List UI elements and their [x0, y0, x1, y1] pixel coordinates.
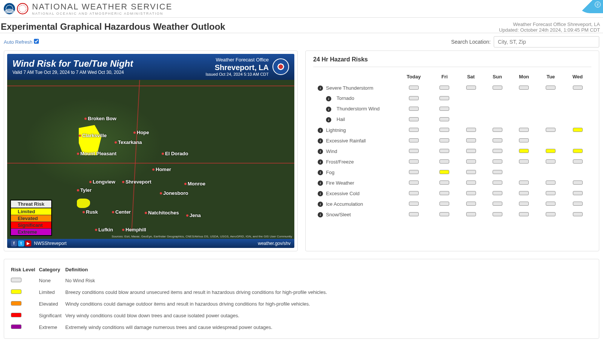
- risk-pill[interactable]: [546, 86, 556, 90]
- risk-pill[interactable]: [573, 191, 583, 195]
- risk-pill[interactable]: [519, 86, 529, 90]
- risk-pill[interactable]: [466, 212, 476, 216]
- risk-pill[interactable]: [409, 128, 419, 132]
- risk-pill[interactable]: [493, 202, 502, 206]
- risk-pill[interactable]: [546, 180, 556, 185]
- info-icon[interactable]: i: [318, 149, 323, 154]
- risk-pill[interactable]: [409, 117, 419, 121]
- risk-pill[interactable]: [519, 138, 529, 142]
- risk-pill[interactable]: [439, 212, 449, 216]
- risk-pill[interactable]: [519, 159, 529, 164]
- risk-pill[interactable]: [546, 149, 556, 153]
- search-input[interactable]: [494, 36, 599, 47]
- risk-pill[interactable]: [466, 138, 476, 142]
- risk-pill[interactable]: [409, 149, 419, 153]
- page-header: Experimental Graphical Hazardous Weather…: [0, 18, 603, 33]
- info-icon[interactable]: i: [318, 128, 323, 133]
- risk-pill[interactable]: [439, 138, 449, 142]
- site-header: NATIONAL WEATHER SERVICE NATIONAL OCEANI…: [0, 0, 603, 18]
- risk-pill[interactable]: [493, 138, 502, 142]
- risk-pill[interactable]: [519, 149, 529, 153]
- risk-pill[interactable]: [519, 191, 529, 195]
- twitter-icon[interactable]: t: [18, 240, 24, 246]
- risk-pill[interactable]: [409, 96, 419, 100]
- risk-pill[interactable]: [466, 180, 476, 185]
- risk-pill[interactable]: [493, 159, 502, 164]
- risk-pill[interactable]: [439, 86, 449, 90]
- risk-pill[interactable]: [493, 149, 502, 153]
- risk-pill[interactable]: [546, 191, 556, 195]
- risk-pill[interactable]: [409, 180, 419, 185]
- risk-pill[interactable]: [439, 180, 449, 185]
- city-label: Mount Pleasant: [77, 151, 116, 156]
- accessibility-icon[interactable]: i: [595, 2, 601, 8]
- risk-pill[interactable]: [493, 191, 502, 195]
- risk-pill[interactable]: [439, 117, 449, 121]
- map-body[interactable]: Broken BowClarksvilleHopeTexarkanaMount …: [7, 80, 294, 239]
- info-icon[interactable]: i: [318, 180, 323, 186]
- risk-pill[interactable]: [409, 191, 419, 195]
- risk-pill[interactable]: [546, 159, 556, 164]
- day-header: Wed: [564, 71, 591, 83]
- auto-refresh-checkbox[interactable]: [34, 39, 39, 44]
- risk-pill[interactable]: [493, 86, 502, 90]
- risk-pill[interactable]: [466, 86, 476, 90]
- risk-pill[interactable]: [546, 128, 556, 132]
- info-icon[interactable]: i: [326, 96, 331, 101]
- risk-pill[interactable]: [519, 128, 529, 132]
- risk-pill[interactable]: [519, 212, 529, 216]
- risk-pill[interactable]: [466, 202, 476, 206]
- legend-row: SignificantVery windy conditions could b…: [11, 310, 331, 321]
- risk-pill[interactable]: [493, 128, 502, 132]
- risk-pill[interactable]: [439, 170, 449, 174]
- risk-pill[interactable]: [439, 96, 449, 100]
- risk-pill[interactable]: [466, 128, 476, 132]
- noaa-logo-icon[interactable]: [4, 3, 15, 14]
- risk-pill[interactable]: [409, 170, 419, 174]
- risk-pill[interactable]: [439, 149, 449, 153]
- risk-pill[interactable]: [409, 107, 419, 111]
- map-panel: Wind Risk for Tue/Tue Night Valid 7 AM T…: [4, 50, 298, 251]
- risk-pill[interactable]: [439, 128, 449, 132]
- info-icon[interactable]: i: [326, 117, 331, 122]
- risk-pill[interactable]: [439, 191, 449, 195]
- risk-pill[interactable]: [546, 202, 556, 206]
- nws-logo-icon[interactable]: [17, 3, 28, 14]
- risk-pill[interactable]: [466, 170, 476, 174]
- risk-pill[interactable]: [493, 212, 502, 216]
- info-icon[interactable]: i: [318, 202, 323, 207]
- risk-pill[interactable]: [409, 138, 419, 142]
- risk-pill[interactable]: [439, 202, 449, 206]
- risk-pill[interactable]: [409, 212, 419, 216]
- risk-pill[interactable]: [573, 128, 583, 132]
- info-icon[interactable]: i: [318, 170, 323, 175]
- risk-pill[interactable]: [519, 180, 529, 185]
- info-icon[interactable]: i: [326, 107, 331, 112]
- risk-pill[interactable]: [573, 149, 583, 153]
- risk-pill[interactable]: [439, 107, 449, 111]
- risk-pill[interactable]: [573, 180, 583, 185]
- risk-pill[interactable]: [439, 159, 449, 164]
- facebook-icon[interactable]: f: [11, 240, 17, 246]
- risk-pill[interactable]: [573, 202, 583, 206]
- info-icon[interactable]: i: [318, 138, 323, 144]
- info-icon[interactable]: i: [318, 191, 323, 196]
- risk-pill[interactable]: [546, 212, 556, 216]
- risk-pill[interactable]: [409, 86, 419, 90]
- info-icon[interactable]: i: [318, 159, 323, 165]
- info-icon[interactable]: i: [318, 212, 323, 217]
- auto-refresh-toggle[interactable]: Auto Refresh: [4, 39, 39, 45]
- risk-pill[interactable]: [466, 159, 476, 164]
- risk-pill[interactable]: [573, 212, 583, 216]
- risk-pill[interactable]: [573, 86, 583, 90]
- risk-pill[interactable]: [519, 202, 529, 206]
- risk-pill[interactable]: [466, 149, 476, 153]
- info-icon[interactable]: i: [318, 86, 323, 91]
- risk-pill[interactable]: [493, 180, 502, 185]
- risk-pill[interactable]: [409, 202, 419, 206]
- risk-pill[interactable]: [573, 159, 583, 164]
- youtube-icon[interactable]: ▶: [25, 240, 31, 246]
- risk-pill[interactable]: [466, 191, 476, 195]
- risk-pill[interactable]: [409, 159, 419, 164]
- risk-pill[interactable]: [493, 170, 502, 174]
